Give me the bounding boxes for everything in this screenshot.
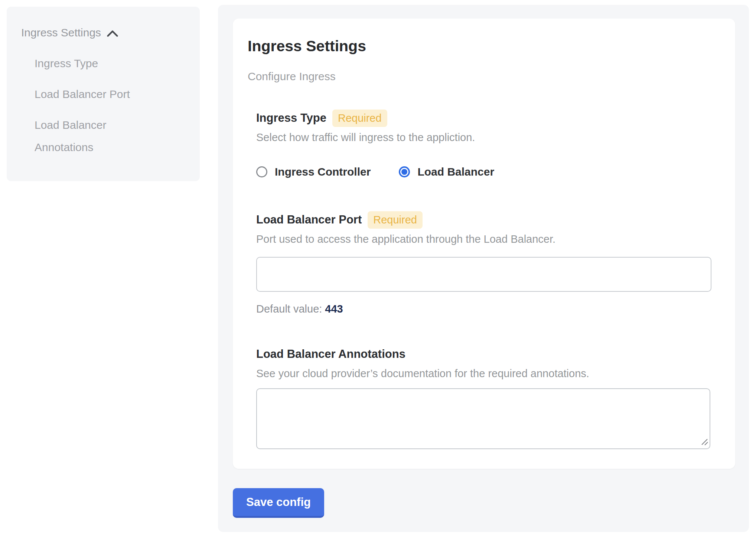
load-balancer-port-description: Port used to access the application thro… bbox=[256, 232, 713, 246]
settings-sidebar: Ingress Settings Ingress Type Load Balan… bbox=[7, 7, 200, 181]
section-load-balancer-annotations: Load Balancer Annotations See your cloud… bbox=[256, 345, 713, 449]
sidebar-section-ingress-settings[interactable]: Ingress Settings bbox=[21, 22, 189, 44]
sidebar-item-load-balancer-annotations[interactable]: Load Balancer Annotations bbox=[35, 114, 146, 159]
ingress-type-description: Select how traffic will ingress to the a… bbox=[256, 130, 713, 145]
radio-ingress-controller[interactable]: Ingress Controller bbox=[256, 166, 371, 178]
required-badge: Required bbox=[368, 211, 423, 229]
radio-selected-icon bbox=[399, 166, 410, 177]
sidebar-section-label: Ingress Settings bbox=[21, 26, 101, 39]
ingress-type-label: Ingress Type bbox=[256, 111, 326, 125]
default-value-note: Default value:443 bbox=[256, 302, 713, 316]
load-balancer-port-input[interactable] bbox=[256, 257, 711, 292]
page-title: Ingress Settings bbox=[248, 37, 713, 55]
page-subtitle: Configure Ingress bbox=[248, 70, 713, 83]
radio-label: Load Balancer bbox=[417, 166, 494, 178]
default-value-number: 443 bbox=[325, 303, 343, 315]
resize-handle-icon[interactable] bbox=[700, 438, 708, 447]
load-balancer-annotations-description: See your cloud provider’s documentation … bbox=[256, 366, 713, 381]
required-badge: Required bbox=[332, 110, 387, 127]
radio-unselected-icon bbox=[256, 166, 267, 177]
ingress-settings-panel: Ingress Settings Configure Ingress Ingre… bbox=[218, 5, 749, 532]
ingress-type-options: Ingress Controller Load Balancer bbox=[256, 163, 713, 180]
sidebar-item-load-balancer-port[interactable]: Load Balancer Port bbox=[35, 83, 146, 105]
load-balancer-annotations-label: Load Balancer Annotations bbox=[256, 347, 405, 361]
sidebar-item-ingress-type[interactable]: Ingress Type bbox=[35, 52, 146, 75]
ingress-settings-card: Ingress Settings Configure Ingress Ingre… bbox=[233, 19, 735, 469]
radio-label: Ingress Controller bbox=[275, 166, 371, 178]
radio-load-balancer[interactable]: Load Balancer bbox=[399, 166, 494, 178]
load-balancer-port-label: Load Balancer Port bbox=[256, 213, 362, 226]
default-value-label: Default value: bbox=[256, 303, 322, 315]
load-balancer-annotations-textarea[interactable] bbox=[256, 388, 710, 449]
section-ingress-type: Ingress Type Required Select how traffic… bbox=[256, 109, 713, 180]
save-config-button[interactable]: Save config bbox=[233, 488, 324, 518]
section-load-balancer-port: Load Balancer Port Required Port used to… bbox=[256, 211, 713, 316]
chevron-up-icon bbox=[107, 30, 118, 37]
